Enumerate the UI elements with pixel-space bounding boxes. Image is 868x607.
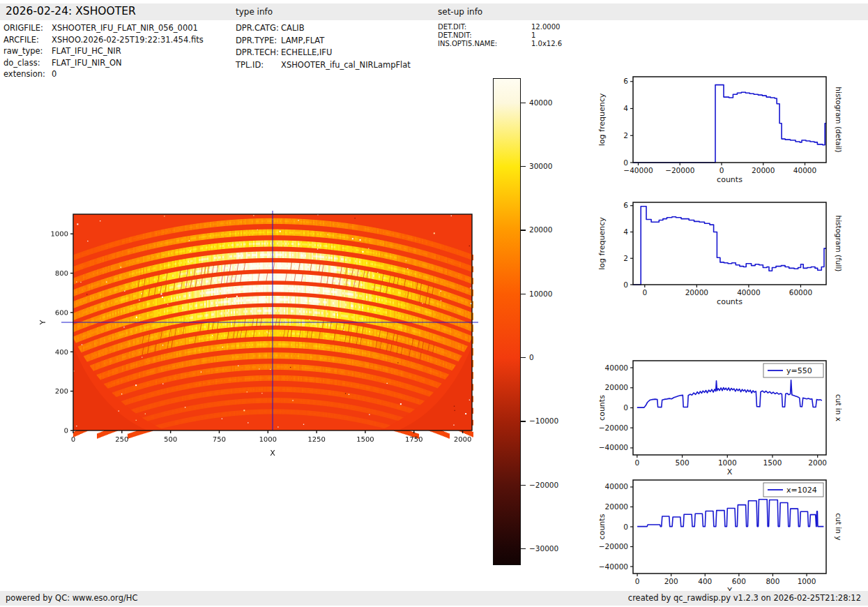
cut-in-y-plot: 0200400600800100040000200000−20000−40000…	[589, 470, 868, 599]
colorbar-tick	[521, 103, 526, 103]
field-label: do_class:	[3, 58, 52, 68]
header-bar: 2026-02-24: XSHOOTER type info set-up in…	[0, 3, 868, 20]
svg-text:4: 4	[623, 104, 628, 112]
svg-text:0: 0	[623, 280, 628, 289]
colorbar-tick	[521, 421, 526, 421]
type-info-row: DPR.CATG:CALIB	[236, 23, 411, 36]
field-label: extension:	[3, 69, 52, 79]
svg-text:2000: 2000	[808, 458, 827, 467]
field-label: ORIGFILE:	[3, 23, 52, 33]
colorbar-tick-label: −10000	[529, 417, 558, 425]
colorbar-tick-label: −30000	[529, 544, 558, 553]
setup-info-block: DET.DIT:12.0000 DET.NDIT:1 INS.OPTI5.NAM…	[438, 23, 562, 48]
field-label: DPR.TECH:	[236, 47, 281, 57]
svg-text:40000: 40000	[793, 166, 816, 174]
svg-text:−20000: −20000	[599, 424, 628, 432]
svg-text:counts: counts	[717, 297, 743, 306]
type-info-block: DPR.CATG:CALIB DPR.TYPE:LAMP,FLAT DPR.TE…	[236, 23, 411, 72]
colorbar-gradient	[493, 78, 521, 565]
svg-text:0: 0	[634, 458, 639, 467]
field-value: 1.0x12.6	[531, 40, 562, 47]
svg-text:600: 600	[732, 577, 746, 585]
cut-in-x-plot: 050010001500200040000200000−20000−40000X…	[589, 350, 868, 480]
svg-text:log frequency: log frequency	[597, 217, 607, 270]
setup-info-row: DET.DIT:12.0000	[438, 23, 562, 31]
svg-text:20000: 20000	[685, 288, 708, 297]
type-info-row: DPR.TECH:ECHELLE,IFU	[236, 47, 411, 60]
svg-text:20000: 20000	[752, 166, 775, 174]
qc-report-page: 2026-02-24: XSHOOTER type info set-up in…	[0, 0, 868, 607]
field-label: DPR.CATG:	[236, 23, 281, 33]
colorbar-tick-label: 20000	[529, 225, 552, 234]
colorbar-tick	[521, 230, 526, 230]
field-value: 0	[52, 69, 56, 79]
file-info-row: raw_type:FLAT_IFU_HC_NIR	[3, 46, 204, 58]
svg-text:400: 400	[698, 577, 712, 585]
type-info-row: TPL.ID:XSHOOTER_ifu_cal_NIRLampFlat	[236, 60, 411, 73]
footer-left-text: powered by QC: www.eso.org/HC	[6, 593, 137, 603]
colorbar: 400003000020000100000−10000−20000−30000	[488, 70, 586, 586]
section-title-type-info: type info	[236, 7, 273, 17]
svg-text:40000: 40000	[605, 482, 628, 490]
field-label: DET.NDIT:	[438, 31, 531, 39]
svg-text:log frequency: log frequency	[597, 93, 607, 146]
file-info-row: extension:0	[3, 69, 204, 81]
field-value: XSHOOTER_ifu_cal_NIRLampFlat	[281, 60, 411, 70]
svg-text:2: 2	[623, 131, 628, 140]
field-value: XSHOO.2026-02-25T19:22:31.454.fits	[52, 35, 204, 45]
field-label: TPL.ID:	[236, 60, 281, 70]
field-value: FLAT_IFU_NIR_ON	[52, 58, 122, 68]
colorbar-tick	[521, 294, 526, 294]
svg-text:−20000: −20000	[665, 166, 694, 174]
svg-text:−40000: −40000	[623, 166, 653, 174]
field-value: CALIB	[281, 23, 305, 33]
colorbar-tick-label: 30000	[529, 162, 552, 170]
svg-text:cut in y: cut in y	[835, 513, 843, 540]
svg-text:−40000: −40000	[599, 443, 628, 451]
svg-text:6: 6	[623, 77, 628, 85]
field-value: ECHELLE,IFU	[281, 47, 332, 57]
svg-text:y=550: y=550	[786, 366, 812, 375]
field-value: 12.0000	[531, 23, 560, 31]
svg-text:4: 4	[623, 227, 628, 236]
svg-text:counts: counts	[597, 514, 607, 539]
file-info-row: do_class:FLAT_IFU_NIR_ON	[3, 58, 204, 70]
svg-text:800: 800	[766, 577, 779, 585]
file-info-row: ORIGFILE:XSHOOTER_IFU_FLAT_NIR_056_0001	[3, 23, 204, 35]
field-value: XSHOOTER_IFU_FLAT_NIR_056_0001	[52, 23, 198, 33]
svg-text:1000: 1000	[798, 577, 816, 585]
raw-frame-image	[28, 202, 488, 467]
svg-text:x=1024: x=1024	[786, 486, 817, 495]
field-label: DPR.TYPE:	[236, 36, 281, 45]
field-value: LAMP,FLAT	[281, 36, 324, 45]
svg-text:1500: 1500	[763, 458, 782, 467]
svg-text:0: 0	[635, 577, 640, 585]
type-info-row: DPR.TYPE:LAMP,FLAT	[236, 36, 411, 48]
svg-text:0: 0	[623, 403, 628, 412]
colorbar-tick-label: 40000	[529, 98, 552, 107]
svg-text:6: 6	[623, 201, 628, 209]
svg-text:counts: counts	[717, 175, 743, 184]
svg-text:0: 0	[642, 288, 647, 297]
svg-text:2: 2	[623, 254, 628, 262]
colorbar-tick	[521, 548, 526, 549]
histogram-full-plot: 02000040000600000246countslog frequencyh…	[589, 192, 868, 317]
svg-text:20000: 20000	[605, 383, 628, 391]
file-info-block: ORIGFILE:XSHOOTER_IFU_FLAT_NIR_056_0001 …	[3, 23, 204, 81]
svg-text:20000: 20000	[605, 502, 628, 511]
svg-text:1000: 1000	[718, 458, 737, 467]
colorbar-tick	[521, 357, 526, 358]
colorbar-tick	[521, 166, 526, 167]
histogram-detail-plot: −40000−20000020000400000246countslog fre…	[589, 66, 868, 195]
field-label: raw_type:	[3, 46, 52, 56]
field-value: 1	[531, 31, 535, 39]
svg-text:0: 0	[719, 166, 724, 174]
svg-text:200: 200	[664, 577, 678, 585]
svg-text:60000: 60000	[789, 288, 812, 297]
page-title: 2026-02-24: XSHOOTER	[6, 5, 136, 17]
svg-text:−20000: −20000	[599, 542, 628, 550]
svg-text:cut in x: cut in x	[835, 394, 843, 421]
field-label: DET.DIT:	[438, 23, 531, 31]
field-label: ARCFILE:	[3, 35, 52, 45]
svg-text:0: 0	[623, 158, 628, 167]
